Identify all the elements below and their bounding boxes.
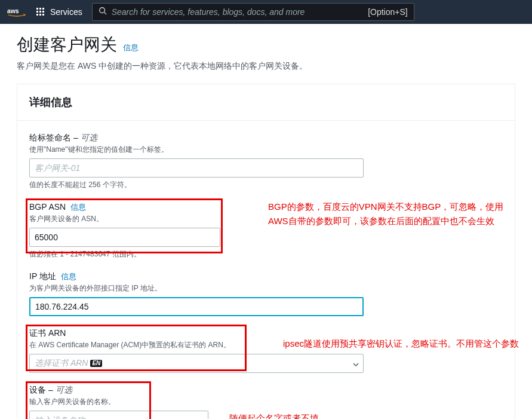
device-input[interactable] — [29, 411, 208, 419]
svg-rect-3 — [42, 8, 44, 10]
field-cert-arn: 证书 ARN 在 AWS Certificate Manager (ACM)中预… — [29, 328, 503, 373]
svg-rect-2 — [39, 8, 41, 10]
name-input[interactable] — [29, 158, 364, 178]
bgp-note: 值必须在 1 - 2147483647 范围内。 — [29, 249, 503, 259]
name-label: 给标签命名 – 可选 — [29, 133, 97, 143]
bgp-input[interactable] — [29, 228, 220, 247]
ime-badge: EN — [90, 360, 102, 367]
details-panel: 详细信息 给标签命名 – 可选 使用"Name"键和您指定的值创建一个标签。 值… — [17, 84, 515, 419]
cert-placeholder: 选择证书 ARN — [35, 358, 88, 369]
search-icon — [99, 7, 107, 17]
search-shortcut: [Option+S] — [368, 7, 408, 17]
bgp-hint: 客户网关设备的 ASN。 — [29, 214, 503, 224]
field-bgp-asn: BGP ASN 信息 客户网关设备的 ASN。 值必须在 1 - 2147483… — [29, 202, 503, 259]
page-title: 创建客户网关 — [17, 33, 117, 56]
field-ip-address: IP 地址 信息 为客户网关设备的外部接口指定 IP 地址。 — [29, 271, 503, 316]
svg-text:aws: aws — [7, 8, 19, 14]
svg-point-10 — [99, 8, 104, 13]
svg-rect-7 — [36, 14, 38, 16]
bgp-label: BGP ASN — [29, 202, 66, 212]
ip-hint: 为客户网关设备的外部接口指定 IP 地址。 — [29, 283, 503, 293]
ip-label: IP 地址 — [29, 271, 56, 282]
annotation-text-device: 随便起个名字或者不填 — [229, 411, 319, 419]
services-menu[interactable]: Services — [36, 7, 82, 17]
device-label: 设备 – 可选 — [29, 385, 72, 396]
bgp-info-link[interactable]: 信息 — [70, 202, 86, 213]
services-label: Services — [50, 7, 82, 17]
panel-title: 详细信息 — [29, 95, 503, 109]
field-name: 给标签命名 – 可选 使用"Name"键和您指定的值创建一个标签。 值的长度不能… — [29, 133, 503, 190]
svg-rect-5 — [39, 11, 41, 13]
page-description: 客户网关是您在 AWS 中创建的一种资源，它代表本地网络中的客户网关设备。 — [17, 61, 515, 72]
top-nav: aws Services [Option+S] — [0, 0, 532, 24]
cert-hint: 在 AWS Certificate Manager (ACM)中预置的私有证书的… — [29, 340, 503, 350]
svg-rect-8 — [39, 14, 41, 16]
name-hint: 使用"Name"键和您指定的值创建一个标签。 — [29, 145, 503, 155]
cert-select[interactable]: 选择证书 ARN EN — [29, 354, 364, 373]
device-hint: 输入客户网关设备的名称。 — [29, 397, 503, 407]
svg-rect-9 — [42, 14, 44, 16]
name-note: 值的长度不能超过 256 个字符。 — [29, 180, 503, 190]
ip-input[interactable] — [29, 297, 364, 316]
field-device: 设备 – 可选 输入客户网关设备的名称。 随便起个名字或者不填 — [29, 385, 503, 419]
grid-icon — [36, 7, 45, 17]
ip-info-link[interactable]: 信息 — [61, 271, 76, 282]
aws-logo[interactable]: aws — [7, 6, 26, 18]
global-search[interactable]: [Option+S] — [92, 3, 414, 21]
page-content: 创建客户网关 信息 客户网关是您在 AWS 中创建的一种资源，它代表本地网络中的… — [0, 24, 532, 419]
svg-line-11 — [104, 13, 106, 15]
svg-rect-4 — [36, 11, 38, 13]
svg-rect-1 — [36, 8, 38, 10]
cert-label: 证书 ARN — [29, 328, 66, 339]
search-input[interactable] — [112, 7, 363, 17]
svg-rect-6 — [42, 11, 44, 13]
page-title-info-link[interactable]: 信息 — [123, 42, 139, 53]
